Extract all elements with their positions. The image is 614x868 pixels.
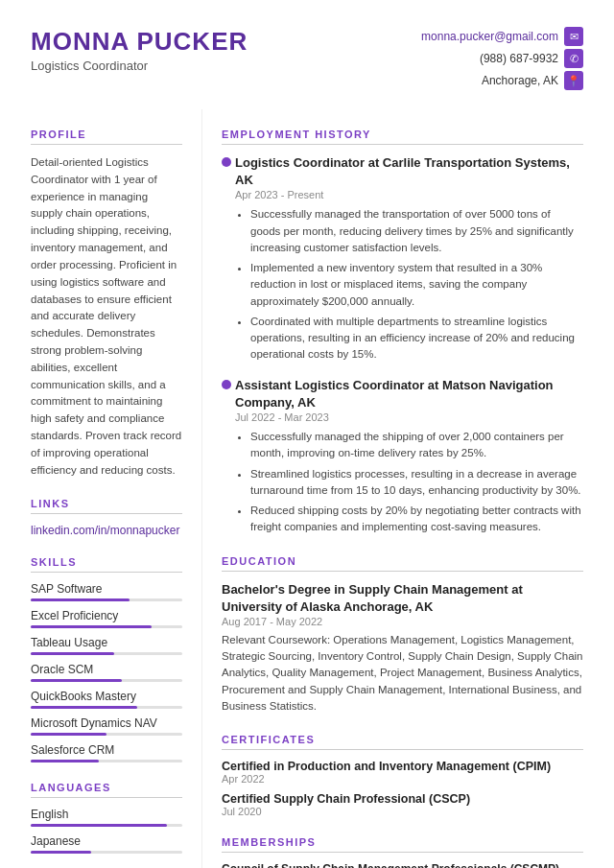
certificate-item: Certified in Production and Inventory Ma… <box>222 760 583 785</box>
location-text: Anchorage, AK <box>482 74 558 87</box>
location-contact: Anchorage, AK 📍 <box>482 71 583 90</box>
skill-item: Excel Proficiency <box>31 609 182 628</box>
language-item: English <box>31 808 182 827</box>
profile-text: Detail-oriented Logistics Coordinator wi… <box>31 154 182 479</box>
job-item: Assistant Logistics Coordinator at Matso… <box>222 377 583 536</box>
education-block: Bachelor's Degree in Supply Chain Manage… <box>222 581 583 716</box>
cert-date: Apr 2022 <box>222 773 583 785</box>
skill-bar-background <box>31 598 182 601</box>
cert-title: Certified in Production and Inventory Ma… <box>222 760 583 773</box>
job-dot <box>222 380 231 389</box>
skill-bar-fill <box>31 598 130 601</box>
memberships-section-title: MEMBERSHIPS <box>222 836 583 853</box>
job-title: Assistant Logistics Coordinator at Matso… <box>235 377 583 411</box>
cert-title: Certified Supply Chain Professional (CSC… <box>222 792 583 806</box>
certificates-section-title: CERTIFICATES <box>222 734 583 750</box>
candidate-title: Logistics Coordinator <box>31 59 248 73</box>
job-bullet: Successfully managed the transportation … <box>250 206 583 256</box>
right-column: EMPLOYMENT HISTORY Logistics Coordinator… <box>201 109 614 868</box>
skill-name: Excel Proficiency <box>31 609 182 622</box>
language-name: Japanese <box>31 834 182 848</box>
skill-bar-background <box>31 679 182 682</box>
skills-section-title: SKILLS <box>31 556 182 573</box>
language-bar-fill <box>31 824 167 827</box>
job-bullets: Successfully managed the shipping of ove… <box>235 429 583 536</box>
language-name: English <box>31 808 182 821</box>
skill-bar-fill <box>31 679 122 682</box>
skill-name: Oracle SCM <box>31 663 182 676</box>
job-item: Logistics Coordinator at Carlile Transpo… <box>222 154 583 364</box>
links-list: linkedin.com/in/monnapucker <box>31 524 182 537</box>
job-bullet: Reduced shipping costs by 20% by negotia… <box>250 503 583 536</box>
job-title: Logistics Coordinator at Carlile Transpo… <box>235 154 583 189</box>
certificates-list: Certified in Production and Inventory Ma… <box>222 760 583 817</box>
resume-container: MONNA PUCKER Logistics Coordinator monna… <box>0 0 614 868</box>
skill-item: Oracle SCM <box>31 663 182 682</box>
job-dot <box>222 157 231 167</box>
candidate-name: MONNA PUCKER <box>31 27 248 57</box>
header-left: MONNA PUCKER Logistics Coordinator <box>31 27 248 73</box>
language-bar-background <box>31 824 182 827</box>
skill-bar-fill <box>31 706 137 709</box>
skill-bar-background <box>31 733 182 736</box>
job-bullet: Streamlined logistics processes, resulti… <box>250 466 583 500</box>
skill-name: Salesforce CRM <box>31 743 182 757</box>
skill-name: Tableau Usage <box>31 636 182 649</box>
profile-section-title: PROFILE <box>31 129 182 145</box>
skill-name: SAP Software <box>31 582 182 596</box>
header-right: monna.pucker@gmail.com ✉ (988) 687-9932 … <box>421 27 583 90</box>
skill-name: QuickBooks Mastery <box>31 690 182 703</box>
membership-item: Council of Supply Chain Management Profe… <box>222 862 583 868</box>
certificate-item: Certified Supply Chain Professional (CSC… <box>222 792 583 817</box>
header: MONNA PUCKER Logistics Coordinator monna… <box>0 0 614 109</box>
job-bullet: Successfully managed the shipping of ove… <box>250 429 583 462</box>
skill-bar-background <box>31 760 182 762</box>
links-section-title: LINKS <box>31 498 182 514</box>
skill-item: QuickBooks Mastery <box>31 690 182 709</box>
skill-bar-background <box>31 625 182 628</box>
email-icon: ✉ <box>564 27 583 46</box>
languages-section-title: LANGUAGES <box>31 782 182 798</box>
job-date: Apr 2023 - Present <box>235 189 583 200</box>
memberships-list: Council of Supply Chain Management Profe… <box>222 862 583 868</box>
main-content: PROFILE Detail-oriented Logistics Coordi… <box>0 109 614 868</box>
email-link[interactable]: monna.pucker@gmail.com <box>421 30 558 43</box>
skills-list: SAP Software Excel Proficiency Tableau U… <box>31 582 182 762</box>
employment-list: Logistics Coordinator at Carlile Transpo… <box>222 154 583 536</box>
phone-contact: (988) 687-9932 ✆ <box>480 49 583 68</box>
linkedin-link[interactable]: linkedin.com/in/monnapucker <box>31 524 179 537</box>
phone-icon: ✆ <box>564 49 583 68</box>
location-icon: 📍 <box>564 71 583 90</box>
skill-item: SAP Software <box>31 582 182 601</box>
language-bar-background <box>31 851 182 854</box>
skill-item: Microsoft Dynamics NAV <box>31 716 182 736</box>
job-bullet: Implemented a new inventory system that … <box>250 260 583 310</box>
left-column: PROFILE Detail-oriented Logistics Coordi… <box>0 109 201 868</box>
skill-item: Salesforce CRM <box>31 743 182 762</box>
skill-bar-fill <box>31 760 99 762</box>
edu-degree: Bachelor's Degree in Supply Chain Manage… <box>222 581 583 616</box>
phone-text: (988) 687-9932 <box>480 52 558 65</box>
skill-name: Microsoft Dynamics NAV <box>31 716 182 730</box>
skill-bar-background <box>31 652 182 655</box>
languages-list: English Japanese <box>31 808 182 854</box>
skill-bar-fill <box>31 733 106 736</box>
job-bullets: Successfully managed the transportation … <box>235 206 583 363</box>
language-item: Japanese <box>31 834 182 854</box>
email-contact: monna.pucker@gmail.com ✉ <box>421 27 583 46</box>
edu-text: Relevant Coursework: Operations Manageme… <box>222 632 583 715</box>
employment-section-title: EMPLOYMENT HISTORY <box>222 129 583 145</box>
language-bar-fill <box>31 851 91 854</box>
skill-bar-fill <box>31 652 114 655</box>
cert-date: Jul 2020 <box>222 806 583 817</box>
skill-bar-fill <box>31 625 152 628</box>
job-bullet: Coordinated with multiple departments to… <box>250 314 583 364</box>
education-section-title: EDUCATION <box>222 555 583 572</box>
skill-item: Tableau Usage <box>31 636 182 655</box>
job-date: Jul 2022 - Mar 2023 <box>235 411 583 423</box>
edu-date: Aug 2017 - May 2022 <box>222 616 583 627</box>
skill-bar-background <box>31 706 182 709</box>
